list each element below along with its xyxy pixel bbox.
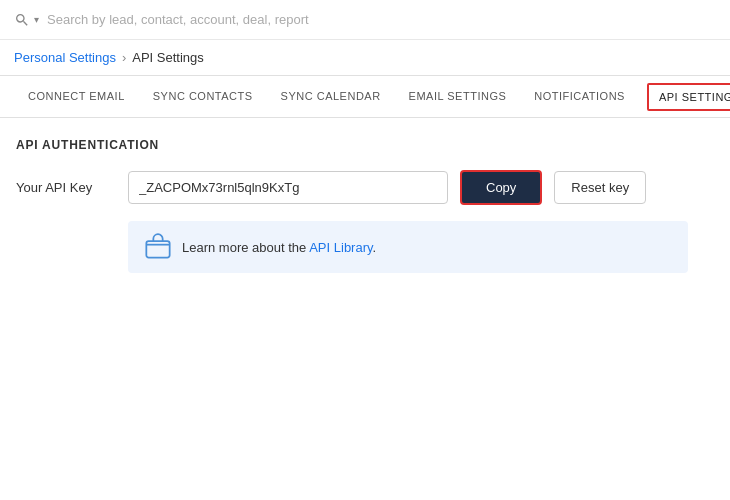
tab-sync-contacts[interactable]: SYNC CONTACTS bbox=[139, 76, 267, 117]
search-icon bbox=[14, 12, 30, 28]
breadcrumb-current: API Settings bbox=[132, 50, 204, 65]
info-text: Learn more about the API Library. bbox=[182, 240, 376, 255]
info-box: Learn more about the API Library. bbox=[128, 221, 688, 273]
tab-connect-email[interactable]: CONNECT EMAIL bbox=[14, 76, 139, 117]
api-key-label: Your API Key bbox=[16, 180, 116, 195]
main-content: API AUTHENTICATION Your API Key Copy Res… bbox=[0, 118, 730, 293]
section-title: API AUTHENTICATION bbox=[16, 138, 714, 152]
top-bar: ▾ Search by lead, contact, account, deal… bbox=[0, 0, 730, 40]
search-placeholder: Search by lead, contact, account, deal, … bbox=[47, 12, 309, 27]
info-text-before: Learn more about the bbox=[182, 240, 309, 255]
info-box-icon bbox=[144, 233, 172, 261]
search-dropdown-arrow[interactable]: ▾ bbox=[34, 14, 39, 25]
copy-button[interactable]: Copy bbox=[460, 170, 542, 205]
api-key-input[interactable] bbox=[128, 171, 448, 204]
reset-key-button[interactable]: Reset key bbox=[554, 171, 646, 204]
tab-notifications[interactable]: NOTIFICATIONS bbox=[520, 76, 639, 117]
info-text-after: . bbox=[373, 240, 377, 255]
svg-rect-0 bbox=[146, 241, 169, 257]
api-key-row: Your API Key Copy Reset key bbox=[16, 170, 714, 205]
search-icon-wrap[interactable]: ▾ bbox=[14, 12, 39, 28]
tab-api-settings[interactable]: API SETTINGS bbox=[647, 83, 730, 111]
tab-sync-calendar[interactable]: SYNC CALENDAR bbox=[267, 76, 395, 117]
nav-tabs: CONNECT EMAIL SYNC CONTACTS SYNC CALENDA… bbox=[0, 76, 730, 118]
api-library-link[interactable]: API Library bbox=[309, 240, 372, 255]
breadcrumb-separator: › bbox=[122, 50, 126, 65]
tab-email-settings[interactable]: EMAIL SETTINGS bbox=[395, 76, 521, 117]
breadcrumb-parent[interactable]: Personal Settings bbox=[14, 50, 116, 65]
breadcrumb: Personal Settings › API Settings bbox=[0, 40, 730, 76]
